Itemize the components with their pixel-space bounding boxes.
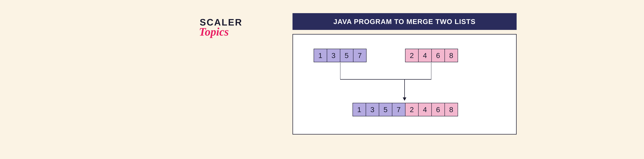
cell-b-0: 2 [405, 49, 418, 62]
scaler-topics-logo: SCALER Topics [200, 17, 242, 38]
input-list-a: 1 3 5 7 [314, 49, 366, 62]
cell-a-3: 7 [353, 49, 366, 62]
cell-a-1: 3 [327, 49, 340, 62]
diagram-panel: JAVA PROGRAM TO MERGE TWO LISTS 1 3 5 7 … [292, 13, 516, 134]
cell-m-2: 5 [379, 103, 392, 116]
cell-b-3: 8 [444, 49, 458, 62]
merge-arrow-icon [340, 62, 431, 103]
cell-m-7: 8 [444, 103, 458, 116]
cell-b-2: 6 [431, 49, 445, 62]
input-list-b: 2 4 6 8 [405, 49, 458, 62]
diagram-body: 1 3 5 7 2 4 6 8 1 3 5 7 2 4 [292, 34, 516, 134]
cell-m-5: 4 [418, 103, 432, 116]
cell-m-1: 3 [366, 103, 379, 116]
diagram-title: JAVA PROGRAM TO MERGE TWO LISTS [292, 13, 516, 30]
cell-a-2: 5 [340, 49, 354, 62]
cell-m-6: 6 [431, 103, 445, 116]
cell-m-0: 1 [352, 103, 366, 116]
merged-list: 1 3 5 7 2 4 6 8 [352, 103, 458, 116]
cell-m-3: 7 [392, 103, 406, 116]
cell-a-0: 1 [314, 49, 327, 62]
cell-b-1: 4 [418, 49, 432, 62]
cell-m-4: 2 [405, 103, 418, 116]
